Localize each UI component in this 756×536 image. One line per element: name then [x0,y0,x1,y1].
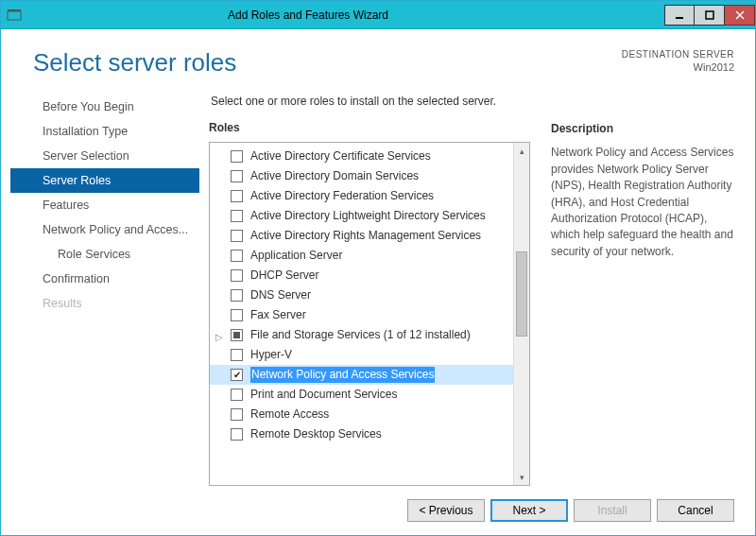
role-label: DNS Server [250,287,311,303]
role-checkbox[interactable] [231,329,243,341]
destination-value: Win2012 [622,61,734,74]
role-checkbox[interactable] [231,289,243,302]
role-row[interactable]: Network Policy and Access Services [210,365,513,385]
nav-item-server-roles[interactable]: Server Roles [10,168,199,193]
role-checkbox[interactable] [231,250,243,262]
role-checkbox[interactable] [231,230,243,242]
roles-column: Roles Active Directory Certificate Servi… [209,121,530,486]
footer-buttons: < Previous Next > Install Cancel [10,486,738,522]
role-checkbox[interactable] [231,269,243,282]
wizard-body: Select server roles DESTINATION SERVER W… [1,29,755,535]
description-text: Network Policy and Access Services provi… [551,145,738,260]
role-label: Active Directory Rights Management Servi… [250,228,481,244]
role-label: DHCP Server [250,268,318,284]
role-checkbox[interactable] [231,309,243,321]
role-checkbox[interactable] [231,349,243,361]
main-panel: Select one or more roles to install on t… [199,95,738,486]
role-row[interactable]: Active Directory Domain Services [210,166,513,186]
role-label: Active Directory Certificate Services [250,148,431,164]
next-button[interactable]: Next > [490,499,568,522]
role-row[interactable]: Remote Access [210,405,513,424]
role-row[interactable]: Fax Server [210,305,513,325]
titlebar: Add Roles and Features Wizard [1,1,755,29]
role-label: Application Server [250,248,342,264]
scroll-up-button[interactable]: ▴ [514,143,529,159]
minimize-button[interactable] [664,5,695,26]
role-row[interactable]: Application Server [210,246,513,266]
install-button[interactable]: Install [574,499,651,522]
nav-item-features[interactable]: Features [10,193,199,217]
instruction-text: Select one or more roles to install on t… [211,95,738,108]
role-label: Fax Server [250,307,306,323]
role-checkbox[interactable] [231,369,243,381]
scroll-thumb[interactable] [516,251,527,337]
role-checkbox[interactable] [231,190,243,202]
role-label: Hyper-V [250,347,292,363]
roles-listbox[interactable]: Active Directory Certificate ServicesAct… [209,142,530,486]
role-row[interactable]: Active Directory Certificate Services [210,147,513,166]
role-label: Remote Desktop Services [250,426,382,442]
svg-rect-1 [8,9,21,11]
page-title: Select server roles [33,48,622,78]
nav-item-confirmation[interactable]: Confirmation [10,267,199,291]
header-row: Select server roles DESTINATION SERVER W… [33,48,738,78]
wizard-window: Add Roles and Features Wizard Select ser… [0,0,756,536]
roles-heading: Roles [209,121,530,134]
svg-rect-0 [8,11,21,20]
maximize-button[interactable] [695,5,725,26]
description-heading: Description [551,121,738,137]
app-icon [1,1,27,29]
role-checkbox[interactable] [231,210,243,222]
role-label: Active Directory Domain Services [250,168,419,184]
role-row[interactable]: Active Directory Federation Services [210,186,513,206]
nav-item-installation-type[interactable]: Installation Type [10,119,199,144]
close-button[interactable] [725,5,755,26]
role-row[interactable]: ▷File and Storage Services (1 of 12 inst… [210,325,513,345]
content-row: Before You BeginInstallation TypeServer … [10,95,738,486]
role-checkbox[interactable] [231,428,243,441]
role-row[interactable]: DNS Server [210,285,513,305]
roles-list: Active Directory Certificate ServicesAct… [210,143,513,485]
destination-block: DESTINATION SERVER Win2012 [622,48,738,74]
cancel-button[interactable]: Cancel [657,499,734,522]
role-row[interactable]: Remote Desktop Services [210,424,513,444]
role-label: File and Storage Services (1 of 12 insta… [250,327,471,343]
svg-rect-3 [706,11,713,19]
role-row[interactable]: Hyper-V [210,345,513,365]
role-label: Active Directory Lightweight Directory S… [250,208,486,224]
role-row[interactable]: Active Directory Lightweight Directory S… [210,206,513,226]
nav-item-npas[interactable]: Network Policy and Acces... [10,217,199,242]
wizard-nav: Before You BeginInstallation TypeServer … [10,95,199,486]
role-label: Active Directory Federation Services [250,188,434,204]
nav-item-server-selection[interactable]: Server Selection [10,144,199,168]
nav-item-before-you-begin[interactable]: Before You Begin [10,95,199,119]
scroll-track[interactable] [514,159,529,469]
destination-label: DESTINATION SERVER [622,48,734,61]
nav-item-role-services[interactable]: Role Services [10,242,199,267]
role-checkbox[interactable] [231,150,243,163]
expand-icon[interactable]: ▷ [215,329,223,345]
role-checkbox[interactable] [231,408,243,421]
role-row[interactable]: DHCP Server [210,266,513,285]
role-label: Remote Access [250,406,329,423]
window-title: Add Roles and Features Wizard [27,9,664,22]
window-controls [664,5,755,26]
role-label: Print and Document Services [250,387,397,403]
scroll-down-button[interactable]: ▾ [514,469,529,485]
role-row[interactable]: Print and Document Services [210,385,513,405]
scrollbar[interactable]: ▴ ▾ [513,143,529,485]
description-column: Description Network Policy and Access Se… [551,121,738,486]
role-checkbox[interactable] [231,170,243,182]
role-row[interactable]: Active Directory Rights Management Servi… [210,226,513,246]
role-checkbox[interactable] [231,389,243,401]
role-label: Network Policy and Access Services [250,367,435,383]
nav-item-results: Results [10,291,199,316]
previous-button[interactable]: < Previous [407,499,485,522]
columns: Roles Active Directory Certificate Servi… [209,121,738,486]
